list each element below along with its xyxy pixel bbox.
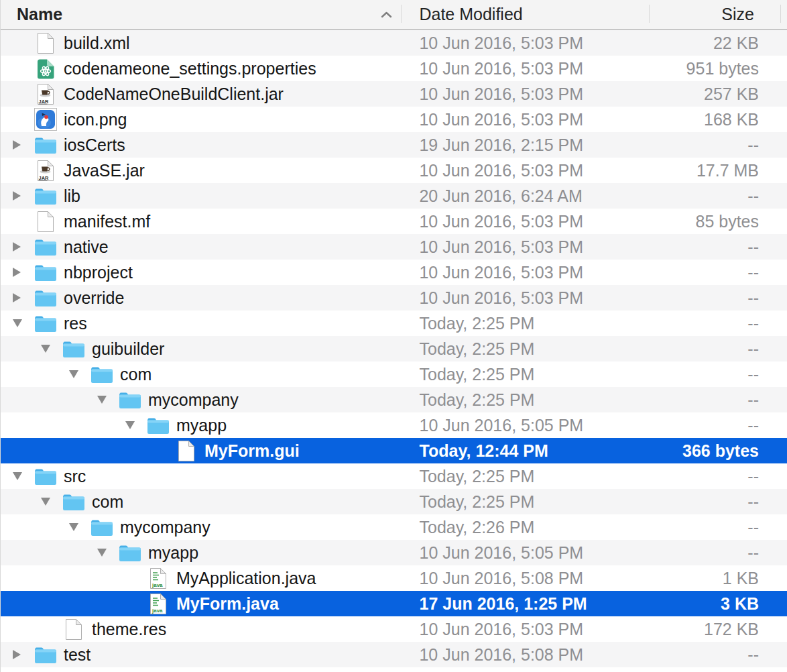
size-cell: 168 KB: [649, 110, 787, 129]
file-row[interactable]: nbproject 10 Jun 2016, 5:03 PM --: [1, 260, 787, 285]
date-modified-cell: 10 Jun 2016, 5:08 PM: [401, 645, 649, 665]
size-cell: --: [649, 263, 787, 282]
file-row[interactable]: myapp 10 Jun 2016, 5:05 PM --: [1, 412, 787, 438]
icon-slot: [34, 32, 57, 54]
disclosure-triangle[interactable]: [125, 412, 143, 438]
disclosure-triangle: [13, 107, 30, 132]
disclosure-triangle[interactable]: [97, 387, 115, 412]
name-cell: java MyApplication.java: [1, 565, 402, 591]
name-cell: MyForm.gui: [1, 438, 402, 463]
date-modified-cell: 10 Jun 2016, 5:03 PM: [401, 288, 649, 308]
folder-icon: [147, 416, 170, 435]
name-cell: java MyForm.java: [1, 591, 402, 616]
disclosure-triangle[interactable]: [13, 463, 30, 489]
date-modified-cell: 10 Jun 2016, 5:05 PM: [402, 416, 650, 435]
icon-slot: [34, 465, 57, 488]
file-row[interactable]: codenameone_settings.properties 10 Jun 2…: [1, 56, 787, 81]
disclosure-triangle[interactable]: [13, 642, 30, 667]
file-row[interactable]: lib 20 Jun 2016, 6:24 AM --: [1, 183, 787, 209]
file-row[interactable]: iosCerts 19 Jun 2016, 2:15 PM --: [1, 132, 787, 158]
size-cell: --: [649, 492, 787, 512]
name-cell: myapp: [1, 540, 402, 565]
disclosure-triangle[interactable]: [13, 285, 30, 311]
name-cell: com: [1, 361, 402, 387]
name-cell: lib: [1, 183, 401, 209]
icon-slot: [62, 490, 85, 513]
file-name-label: codenameone_settings.properties: [64, 59, 316, 78]
file-row[interactable]: com Today, 2:25 PM --: [1, 361, 787, 387]
column-header-name[interactable]: Name: [1, 0, 401, 29]
disclosure-triangle[interactable]: [13, 260, 30, 285]
size-cell: --: [649, 288, 787, 308]
disclosure-triangle[interactable]: [13, 132, 30, 158]
file-row[interactable]: theme.res 10 Jun 2016, 5:03 PM 172 KB: [1, 616, 787, 642]
file-name-label: res: [64, 314, 87, 333]
column-header-date-modified[interactable]: Date Modified: [401, 0, 649, 29]
name-cell: guibuilder: [1, 336, 401, 361]
disclosure-triangle[interactable]: [13, 183, 30, 209]
disclosure-triangle[interactable]: [41, 489, 58, 514]
disclosure-triangle[interactable]: [69, 361, 86, 387]
icon-slot: JAR: [34, 82, 57, 105]
icon-slot: [90, 363, 113, 386]
date-modified-cell: Today, 2:26 PM: [402, 518, 650, 537]
column-divider[interactable]: [780, 5, 781, 23]
file-name-label: com: [120, 365, 152, 384]
icon-slot: [34, 57, 57, 80]
column-header-size[interactable]: Size: [649, 0, 787, 29]
icon-slot: [147, 414, 170, 437]
date-modified-cell: Today, 12:44 PM: [402, 441, 650, 461]
size-cell: 17.7 MB: [649, 161, 787, 180]
file-row[interactable]: override 10 Jun 2016, 5:03 PM --: [1, 285, 787, 311]
disclosure-triangle: [13, 30, 30, 56]
size-cell: --: [649, 186, 787, 206]
date-modified-cell: 17 Jun 2016, 1:25 PM: [402, 594, 650, 614]
file-row[interactable]: java MyApplication.java 10 Jun 2016, 5:0…: [1, 565, 787, 591]
date-modified-cell: 20 Jun 2016, 6:24 AM: [401, 186, 649, 206]
file-row[interactable]: native 10 Jun 2016, 5:03 PM --: [1, 234, 787, 260]
file-name-label: myapp: [176, 416, 227, 435]
file-row[interactable]: com Today, 2:25 PM --: [1, 489, 787, 514]
size-cell: --: [649, 467, 787, 486]
file-row[interactable]: manifest.mf 10 Jun 2016, 5:03 PM 85 byte…: [1, 209, 787, 234]
file-row[interactable]: myapp 10 Jun 2016, 5:05 PM --: [1, 540, 787, 565]
disclosure-triangle[interactable]: [13, 234, 30, 260]
file-row[interactable]: guibuilder Today, 2:25 PM --: [1, 336, 787, 361]
name-cell: res: [1, 311, 401, 336]
column-divider[interactable]: [649, 5, 650, 23]
date-modified-cell: Today, 2:25 PM: [402, 390, 650, 410]
date-modified-cell: 10 Jun 2016, 5:03 PM: [401, 237, 649, 257]
file-name-label: myapp: [148, 543, 198, 563]
file-name-label: iosCerts: [64, 135, 125, 155]
size-cell: --: [649, 237, 787, 257]
file-row[interactable]: JAR JavaSE.jar 10 Jun 2016, 5:03 PM 17.7…: [1, 158, 787, 183]
file-name-label: MyForm.gui: [204, 441, 300, 461]
name-cell: src: [1, 463, 401, 489]
file-row[interactable]: res Today, 2:25 PM --: [1, 311, 787, 336]
java-file-icon: java: [149, 593, 168, 615]
folder-icon: [90, 366, 113, 384]
file-row[interactable]: test 10 Jun 2016, 5:08 PM --: [1, 642, 787, 667]
file-row[interactable]: mycompany Today, 2:26 PM --: [1, 514, 787, 540]
file-row[interactable]: java MyForm.java 17 Jun 2016, 1:25 PM 3 …: [1, 591, 787, 616]
file-row[interactable]: mycompany Today, 2:25 PM --: [1, 387, 787, 412]
file-row[interactable]: icon.png 10 Jun 2016, 5:03 PM 168 KB: [1, 107, 787, 132]
file-row[interactable]: MyForm.gui Today, 12:44 PM 366 bytes: [1, 438, 787, 463]
disclosure-triangle[interactable]: [69, 514, 86, 540]
finder-list-view: Name Date Modified Size build.xml 10 Jun…: [0, 0, 787, 672]
disclosure-triangle[interactable]: [97, 540, 115, 565]
icon-slot: [34, 643, 57, 666]
disclosure-triangle[interactable]: [41, 336, 58, 361]
file-row[interactable]: src Today, 2:25 PM --: [1, 463, 787, 489]
document-icon: [36, 32, 55, 54]
icon-slot: [34, 184, 57, 207]
column-divider[interactable]: [401, 5, 402, 23]
folder-icon: [62, 493, 85, 511]
file-row[interactable]: JAR CodeNameOneBuildClient.jar 10 Jun 20…: [1, 81, 787, 107]
disclosure-triangle[interactable]: [13, 311, 30, 336]
file-name-label: icon.png: [64, 110, 127, 129]
file-row[interactable]: build.xml 10 Jun 2016, 5:03 PM 22 KB: [1, 30, 787, 56]
file-name-label: CodeNameOneBuildClient.jar: [64, 85, 284, 104]
icon-slot: JAR: [34, 159, 57, 182]
file-name-label: manifest.mf: [64, 212, 150, 231]
